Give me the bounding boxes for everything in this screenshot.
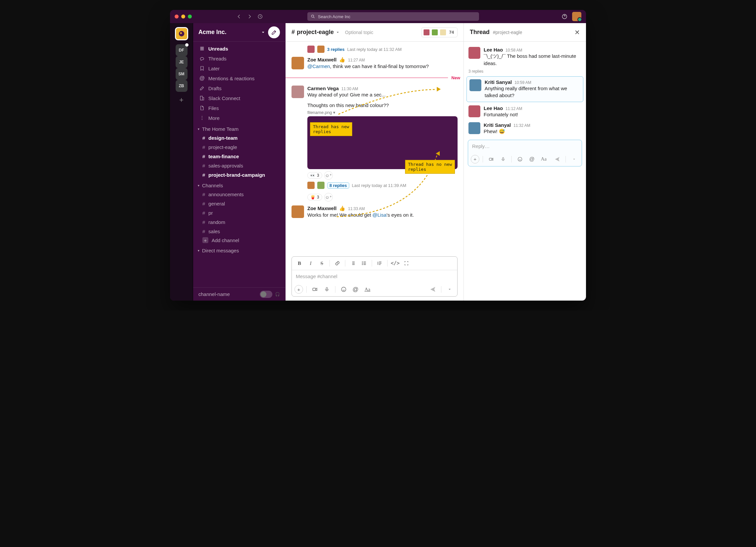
video-button[interactable] [310, 285, 320, 294]
footer-channel[interactable]: channel-name [198, 291, 230, 297]
minimize-window[interactable] [181, 15, 185, 18]
message-avatar[interactable] [468, 105, 480, 117]
nav-drafts[interactable]: Drafts [193, 83, 285, 93]
channel-random[interactable]: #random [193, 217, 285, 226]
channel-sales[interactable]: #sales [193, 226, 285, 236]
close-window[interactable] [175, 15, 179, 18]
link-button[interactable] [332, 258, 342, 268]
message-author[interactable]: Lee Hao [484, 105, 503, 111]
add-reaction-button[interactable]: ☺⁺ [324, 171, 333, 180]
message-author[interactable]: Carmen Vega [307, 85, 339, 91]
workspace-switch-DF[interactable]: DF [176, 44, 188, 56]
channel-topic[interactable]: Optional topic [345, 30, 373, 35]
emoji-button[interactable] [339, 285, 349, 294]
message[interactable]: Carmen Vega11:30 AMWay ahead of you! Giv… [286, 84, 464, 191]
message-author[interactable]: Kriti Sanyal [484, 122, 511, 128]
send-button[interactable] [552, 154, 562, 164]
reaction[interactable]: 👀3 [307, 172, 322, 179]
mention-button[interactable]: @ [527, 154, 537, 164]
nav-later[interactable]: Later [193, 63, 285, 73]
message-author[interactable]: Zoe Maxwell [307, 57, 336, 62]
attachment-name[interactable]: filename.png ▾ [307, 110, 458, 115]
send-button[interactable] [428, 285, 438, 294]
maximize-window[interactable] [188, 15, 192, 18]
channel-sales-approvals[interactable]: #sales-approvals [193, 161, 285, 170]
thread-message[interactable]: Lee Hao11:12 AMFortunately not! [464, 103, 586, 120]
members-button[interactable]: 74 [421, 27, 458, 37]
blockquote-button[interactable] [375, 258, 385, 268]
thread-replies-link[interactable]: 3 repliesLast reply today at 11:32 AM [307, 46, 402, 53]
message[interactable]: Zoe Maxwell 👍11:33 AMWorks for me! We sh… [286, 203, 464, 221]
nav-threads[interactable]: Threads [193, 53, 285, 63]
search-input[interactable]: Search Acme Inc [307, 12, 479, 21]
help-icon[interactable] [562, 14, 567, 19]
nav-files[interactable]: Files [193, 103, 285, 113]
workspace-switch-JE[interactable]: JE [176, 56, 188, 68]
thread-subtitle[interactable]: #project-eagle [493, 30, 522, 35]
channel-project-eagle[interactable]: #project-eagle [193, 142, 285, 152]
thread-message[interactable]: Lee Hao10:58 AM¯\_(ツ)_/¯ The boss had so… [464, 45, 586, 69]
strike-button[interactable]: S [317, 258, 327, 268]
message-list[interactable]: 3 repliesLast reply today at 11:32 AMZoe… [286, 42, 464, 256]
close-thread-button[interactable]: ✕ [574, 28, 580, 36]
section-channels[interactable]: ▾Channels [193, 179, 285, 189]
channel-announcements[interactable]: #announcements [193, 189, 285, 199]
add-channel-button[interactable]: +Add channel [193, 236, 285, 244]
huddle-toggle[interactable] [260, 291, 272, 298]
nav-unreads[interactable]: Unreads [193, 44, 285, 53]
send-options-button[interactable] [445, 285, 455, 294]
section-the-home-team[interactable]: ▾The Home Team [193, 123, 285, 133]
thread-messages[interactable]: Lee Hao10:58 AM¯\_(ツ)_/¯ The boss had so… [464, 42, 586, 301]
thread-message[interactable]: Kriti Sanyal11:32 AMPhew! 😅 [464, 120, 586, 137]
nav-mentions-reactions[interactable]: @Mentions & reactions [193, 73, 285, 83]
mention[interactable]: @Carmen [307, 63, 330, 69]
thread-message[interactable]: Kriti Sanyal10:59 AMAnything really diff… [466, 76, 583, 102]
bold-button[interactable]: B [294, 258, 304, 268]
channel-project-brand-campaign[interactable]: #project-brand-campaign [193, 170, 285, 179]
workspace-header[interactable]: Acme Inc. [193, 23, 285, 42]
add-workspace-button[interactable]: + [179, 96, 184, 104]
mention[interactable]: @Lisa [372, 212, 387, 218]
message-author[interactable]: Kriti Sanyal [485, 79, 512, 85]
channel-general[interactable]: #general [193, 199, 285, 208]
attach-button[interactable]: + [294, 285, 303, 294]
workspace-switch-SM[interactable]: SM [176, 68, 188, 80]
nav-slack-connect[interactable]: Slack Connect [193, 93, 285, 103]
message-avatar[interactable] [468, 122, 480, 134]
mic-button[interactable] [498, 154, 508, 164]
nav-more[interactable]: More [193, 113, 285, 123]
composer-input[interactable]: Message #channel [292, 270, 457, 283]
message-author[interactable]: Lee Hao [484, 47, 503, 52]
add-reaction-button[interactable]: ☺⁺ [324, 193, 333, 201]
video-button[interactable] [486, 154, 496, 164]
section-direct-messages[interactable]: ▾Direct messages [193, 244, 285, 255]
message-avatar[interactable] [292, 205, 304, 218]
channel-pr[interactable]: #pr [193, 208, 285, 217]
reply-input[interactable]: Reply… [468, 140, 582, 152]
message-avatar[interactable] [468, 47, 480, 59]
headphones-icon[interactable]: 🎧 [275, 292, 280, 297]
channel-design-team[interactable]: #design-team [193, 133, 285, 142]
codeblock-button[interactable] [401, 258, 411, 268]
message-author[interactable]: Zoe Maxwell [307, 205, 336, 211]
history-back-icon[interactable] [236, 14, 242, 19]
thread-replies-link[interactable]: 8 repliesLast reply today at 11:39 AM [307, 182, 458, 189]
message-avatar[interactable] [292, 85, 304, 98]
channel-team-finance[interactable]: #team-finance [193, 152, 285, 161]
bullet-list-button[interactable] [359, 258, 369, 268]
code-button[interactable]: </> [390, 258, 400, 268]
mic-button[interactable] [322, 285, 332, 294]
reaction[interactable]: 🍟3 [307, 194, 322, 200]
format-toggle-button[interactable]: Aa [539, 154, 549, 164]
message-avatar[interactable] [469, 79, 481, 91]
emoji-button[interactable] [515, 154, 525, 164]
channel-name-button[interactable]: # project-eagle [292, 29, 340, 36]
image-attachment[interactable]: Thread has new repliesThread has no new … [307, 116, 458, 169]
italic-button[interactable]: I [306, 258, 316, 268]
thread-reply-composer[interactable]: Reply…+@Aa [468, 140, 582, 166]
attach-button[interactable]: + [471, 155, 479, 163]
format-toggle-button[interactable]: Aa [362, 285, 372, 294]
message-composer[interactable]: B I S [292, 256, 458, 297]
mention-button[interactable]: @ [351, 285, 361, 294]
workspace-icon[interactable] [175, 27, 188, 40]
